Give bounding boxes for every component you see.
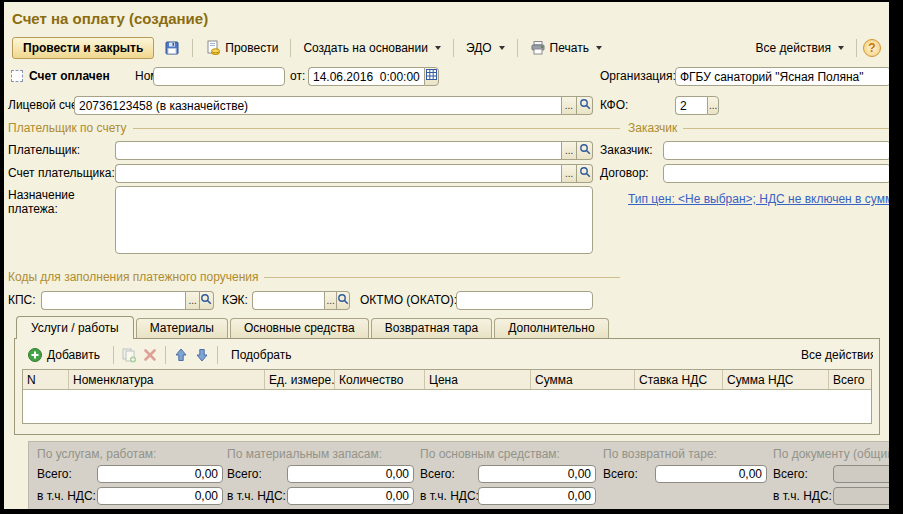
calendar-button[interactable]: [424, 67, 439, 86]
all-actions-menu[interactable]: Все действия: [750, 38, 850, 58]
total-label: Всего:: [603, 467, 655, 481]
document-vat-input: [833, 487, 889, 505]
delete-row-icon[interactable]: [142, 347, 158, 363]
personal-account-lookup-button[interactable]: [577, 96, 593, 115]
move-down-icon[interactable]: [194, 347, 210, 363]
move-up-icon[interactable]: [173, 347, 189, 363]
col-vat-rate[interactable]: Ставка НДС: [635, 370, 723, 389]
materials-vat-input: [287, 487, 414, 505]
print-label: Печать: [550, 41, 589, 55]
kps-lookup-button[interactable]: [200, 291, 214, 310]
tab-materials[interactable]: Материалы: [136, 318, 228, 338]
totals-services-title: По услугам, работам:: [37, 447, 223, 461]
col-total[interactable]: Всего: [829, 370, 871, 389]
payer-select-button[interactable]: ...: [561, 141, 577, 160]
kek-input[interactable]: [252, 291, 324, 310]
kps-label: КПС:: [8, 293, 36, 307]
customer-group-title: Заказчик: [628, 121, 677, 135]
codes-group-header: Коды для заполнения платежного поручения: [8, 270, 620, 284]
col-amount[interactable]: Сумма: [531, 370, 635, 389]
kps-select-button[interactable]: ...: [185, 291, 199, 310]
toolbar-separator: [217, 346, 218, 364]
col-price[interactable]: Цена: [425, 370, 531, 389]
paid-checkbox-label: Счет оплачен: [29, 69, 110, 83]
magnifier-icon: [579, 143, 591, 155]
tab-services[interactable]: Услуги / работы: [16, 316, 134, 339]
print-menu[interactable]: Печать: [524, 37, 608, 59]
create-on-basis-menu[interactable]: Создать на основании: [297, 38, 447, 58]
totals-panel: По услугам, работам: Всего: в т.ч. НДС: …: [28, 441, 889, 509]
help-button[interactable]: ?: [863, 39, 881, 57]
items-table-body[interactable]: [23, 390, 871, 423]
pick-label: Подобрать: [231, 348, 291, 362]
personal-account-input[interactable]: [74, 96, 561, 115]
total-label: Всего:: [37, 467, 97, 481]
kek-select-button[interactable]: ...: [324, 291, 337, 310]
kfo-input[interactable]: [675, 96, 707, 115]
payer-label: Плательщик:: [8, 143, 80, 157]
document-total-input: [833, 465, 889, 483]
save-button[interactable]: [158, 37, 186, 59]
totals-packaging-title: По возвратной таре:: [603, 447, 769, 461]
add-icon: [27, 347, 43, 363]
toolbar-separator: [517, 39, 518, 57]
oktmo-label: ОКТМО (ОКАТО):: [360, 293, 457, 307]
group-divider-line: [264, 277, 620, 278]
date-input[interactable]: [308, 67, 424, 86]
price-type-link[interactable]: Тип цен: <Не выбран>; НДС не включен в с…: [628, 192, 889, 206]
payer-account-label: Счет плательщика:: [8, 166, 115, 180]
copy-row-icon[interactable]: [121, 347, 137, 363]
number-input[interactable]: [153, 67, 285, 86]
post-button[interactable]: Провести: [199, 37, 284, 59]
col-n[interactable]: N: [23, 370, 69, 389]
grid-all-actions-menu[interactable]: Все действия: [801, 348, 873, 362]
contract-input[interactable]: [663, 164, 889, 183]
kfo-select-button[interactable]: ...: [707, 96, 719, 115]
payment-purpose-textarea[interactable]: [115, 186, 593, 254]
payer-input[interactable]: [115, 141, 561, 160]
services-vat-input: [97, 487, 223, 505]
all-actions-label: Все действия: [756, 41, 831, 55]
payer-lookup-button[interactable]: [577, 141, 593, 160]
pick-button[interactable]: Подобрать: [225, 345, 297, 365]
command-bar: Провести и закрыть Провести Создать на о…: [4, 35, 889, 64]
kps-input[interactable]: [41, 291, 185, 310]
services-total-input: [97, 465, 223, 483]
tab-fixed-assets[interactable]: Основные средства: [230, 318, 369, 338]
edo-menu[interactable]: ЭДО: [460, 38, 511, 58]
chevron-down-icon: [838, 46, 844, 50]
contract-label: Договор:: [600, 166, 649, 180]
totals-fixed-assets: По основным средствам: Всего: в т.ч. НДС…: [420, 447, 603, 509]
add-row-button[interactable]: Добавить: [21, 344, 106, 366]
oktmo-input[interactable]: [456, 291, 593, 310]
total-label: Всего:: [227, 467, 287, 481]
tab-additional[interactable]: Дополнительно: [494, 318, 608, 338]
chevron-down-icon: [499, 46, 505, 50]
personal-account-select-button[interactable]: ...: [561, 96, 577, 115]
col-unit[interactable]: Ед. измере...: [265, 370, 335, 389]
paid-checkbox[interactable]: [11, 70, 23, 82]
toolbar-separator: [290, 39, 291, 57]
customer-input[interactable]: [663, 141, 889, 160]
payer-account-input[interactable]: [115, 164, 561, 183]
post-button-label: Провести: [225, 41, 278, 55]
printer-icon: [530, 40, 546, 56]
col-quantity[interactable]: Количество: [335, 370, 425, 389]
edo-label: ЭДО: [466, 41, 492, 55]
tab-returnable-packaging[interactable]: Возвратная тара: [371, 318, 493, 338]
group-divider-line: [133, 128, 620, 129]
post-and-close-button[interactable]: Провести и закрыть: [12, 37, 154, 59]
customer-label: Заказчик:: [600, 143, 653, 157]
kek-lookup-button[interactable]: [337, 291, 350, 310]
totals-services: По услугам, работам: Всего: в т.ч. НДС:: [37, 447, 227, 509]
payer-account-lookup-button[interactable]: [577, 164, 593, 183]
col-nomenclature[interactable]: Номенклатура: [69, 370, 265, 389]
tab-strip: Услуги / работы Материалы Основные средс…: [16, 316, 889, 338]
col-vat-amount[interactable]: Сумма НДС: [723, 370, 829, 389]
magnifier-icon: [200, 293, 212, 305]
vat-label: в т.ч. НДС:: [37, 489, 97, 503]
payer-account-select-button[interactable]: ...: [561, 164, 577, 183]
organization-input[interactable]: [675, 67, 889, 86]
total-label: Всего:: [420, 467, 478, 481]
codes-group-title: Коды для заполнения платежного поручения: [8, 270, 258, 284]
